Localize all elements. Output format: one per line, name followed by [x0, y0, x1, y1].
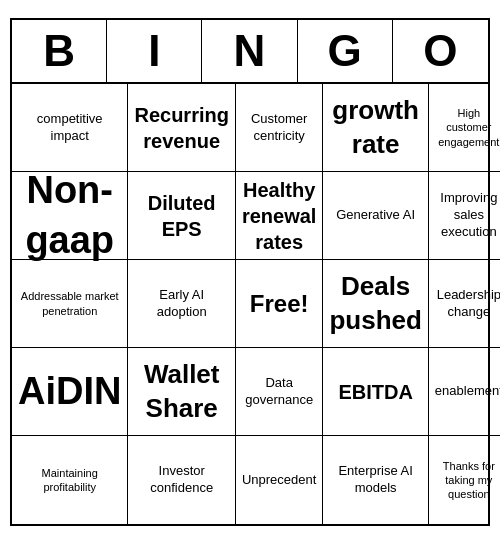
bingo-cell-9: Improving sales execution — [429, 172, 500, 260]
bingo-cell-14: Leadership change — [429, 260, 500, 348]
bingo-card: BINGO competitive impactRecurring revenu… — [10, 18, 490, 526]
bingo-cell-11: Early AI adoption — [128, 260, 235, 348]
bingo-cell-3: growth rate — [323, 84, 428, 172]
bingo-letter-n: N — [202, 20, 297, 82]
bingo-letter-g: G — [298, 20, 393, 82]
bingo-cell-1: Recurring revenue — [128, 84, 235, 172]
bingo-cell-22: Unprecedent — [236, 436, 323, 524]
bingo-cell-0: competitive impact — [12, 84, 128, 172]
bingo-cell-19: enablement — [429, 348, 500, 436]
bingo-cell-12: Free! — [236, 260, 323, 348]
bingo-letter-o: O — [393, 20, 488, 82]
bingo-cell-20: Maintaining profitability — [12, 436, 128, 524]
bingo-grid: competitive impactRecurring revenueCusto… — [12, 84, 488, 524]
bingo-cell-17: Data governance — [236, 348, 323, 436]
bingo-cell-15: AiDIN — [12, 348, 128, 436]
bingo-letter-i: I — [107, 20, 202, 82]
bingo-cell-18: EBITDA — [323, 348, 428, 436]
bingo-cell-23: Enterprise AI models — [323, 436, 428, 524]
bingo-letter-b: B — [12, 20, 107, 82]
bingo-cell-10: Addressable market penetration — [12, 260, 128, 348]
bingo-cell-8: Generative AI — [323, 172, 428, 260]
bingo-cell-13: Deals pushed — [323, 260, 428, 348]
bingo-cell-21: Investor confidence — [128, 436, 235, 524]
bingo-cell-4: High customer engagement — [429, 84, 500, 172]
bingo-cell-16: Wallet Share — [128, 348, 235, 436]
bingo-cell-5: Non-gaap — [12, 172, 128, 260]
bingo-cell-6: Diluted EPS — [128, 172, 235, 260]
bingo-header: BINGO — [12, 20, 488, 84]
bingo-cell-24: Thanks for taking my question — [429, 436, 500, 524]
bingo-cell-2: Customer centricity — [236, 84, 323, 172]
bingo-cell-7: Healthy renewal rates — [236, 172, 323, 260]
